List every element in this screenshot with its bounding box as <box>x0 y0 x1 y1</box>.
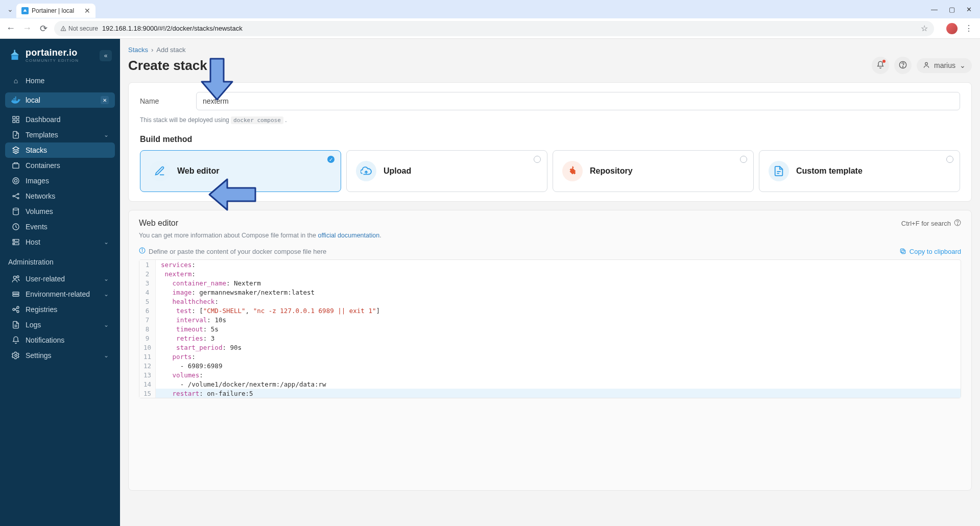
copy-to-clipboard-button[interactable]: Copy to clipboard <box>899 248 961 255</box>
forward-button[interactable]: → <box>21 23 33 34</box>
address-bar[interactable]: Not secure 192.168.1.18:9000/#!/2/docker… <box>54 21 934 36</box>
editor-placeholder: Define or paste the content of your dock… <box>149 248 326 255</box>
networks-icon <box>11 192 20 200</box>
code-editor[interactable]: 1services:2 nexterm:3 container_name: Ne… <box>139 259 961 398</box>
code-line[interactable]: 7 interval: 10s <box>139 315 961 324</box>
deploy-hint: This stack will be deployed using docker… <box>140 116 960 124</box>
brand-name: portainer.io <box>26 48 79 57</box>
svg-rect-16 <box>13 164 19 169</box>
sidebar-item-settings[interactable]: Settings⌄ <box>5 348 115 363</box>
svg-rect-10 <box>15 98 16 99</box>
reload-button[interactable]: ⟳ <box>38 23 49 34</box>
code-line[interactable]: 11 ports: <box>139 352 961 361</box>
code-line[interactable]: 3 container_name: Nexterm <box>139 278 961 288</box>
back-button[interactable]: ← <box>5 23 16 34</box>
chevron-down-icon: ⌄ <box>104 275 109 282</box>
events-icon <box>11 223 20 231</box>
code-line[interactable]: 1services: <box>139 260 961 269</box>
sidebar-item-host[interactable]: Host⌄ <box>5 234 115 250</box>
containers-icon <box>11 161 20 170</box>
sidebar-item-user-related[interactable]: User-related⌄ <box>5 271 115 286</box>
stack-name-input[interactable] <box>196 92 960 110</box>
portainer-logo-icon <box>8 49 21 62</box>
chevron-down-icon: ⌄ <box>104 238 109 246</box>
sidebar-item-environment-related[interactable]: Environment-related⌄ <box>5 286 115 302</box>
svg-point-18 <box>14 179 17 182</box>
code-line[interactable]: 2 nexterm: <box>139 269 961 278</box>
svg-point-28 <box>13 276 16 279</box>
sidebar-item-registries[interactable]: Registries <box>5 302 115 317</box>
radio-indicator <box>534 156 541 163</box>
svg-point-44 <box>957 224 958 224</box>
code-line[interactable]: 15 restart: on-failure:5 <box>139 389 961 398</box>
volumes-icon <box>11 207 20 216</box>
sidebar-item-images[interactable]: Images <box>5 173 115 188</box>
svg-point-27 <box>14 244 14 244</box>
breadcrumb-root[interactable]: Stacks <box>128 46 148 54</box>
docs-link[interactable]: official documentation <box>318 232 379 239</box>
brand-edition: COMMUNITY EDITION <box>26 59 79 63</box>
browser-menu-icon[interactable]: ⋮ <box>963 23 975 33</box>
tab-list-dropdown[interactable]: ⌄ <box>4 5 16 13</box>
sidebar-item-containers[interactable]: Containers <box>5 158 115 173</box>
notifications-button[interactable] <box>872 57 889 74</box>
code-line[interactable]: 14 - /volume1/docker/nexterm:/app/data:r… <box>139 379 961 389</box>
sidebar-env-selector[interactable]: local ✕ <box>5 92 115 108</box>
profile-avatar[interactable] <box>946 23 958 34</box>
svg-rect-31 <box>13 295 19 296</box>
collapse-sidebar-button[interactable]: « <box>100 50 112 61</box>
svg-rect-5 <box>14 50 15 52</box>
main-content: Stacks › Add stack Create stack ⟳ <box>120 39 980 526</box>
help-button[interactable] <box>894 57 912 74</box>
sidebar-item-notifications[interactable]: Notifications <box>5 332 115 348</box>
svg-rect-12 <box>13 116 15 119</box>
breadcrumb: Stacks › Add stack <box>128 46 972 54</box>
sidebar-item-events[interactable]: Events <box>5 219 115 234</box>
browser-tab[interactable]: Portainer | local ✕ <box>16 4 95 18</box>
docker-icon <box>11 97 20 104</box>
sidebar-item-dashboard[interactable]: Dashboard <box>5 112 115 127</box>
code-line[interactable]: 12 - 6989:6989 <box>139 361 961 370</box>
window-close-icon[interactable]: ✕ <box>966 6 972 13</box>
window-maximize-icon[interactable]: ▢ <box>949 6 955 13</box>
code-line[interactable]: 13 volumes: <box>139 370 961 379</box>
close-env-icon[interactable]: ✕ <box>101 96 109 104</box>
close-tab-icon[interactable]: ✕ <box>84 7 90 15</box>
build-method-custom-template[interactable]: Custom template <box>759 150 960 192</box>
svg-rect-13 <box>16 116 19 119</box>
sidebar-item-networks[interactable]: Networks <box>5 188 115 204</box>
environment-related-icon <box>11 290 20 298</box>
svg-point-29 <box>17 276 19 278</box>
build-method-repository[interactable]: Repository <box>553 150 754 192</box>
dashboard-icon <box>11 115 20 124</box>
help-icon[interactable] <box>954 219 961 228</box>
code-line[interactable]: 9 retries: 3 <box>139 333 961 343</box>
code-line[interactable]: 4 image: germannewsmaker/nexterm:latest <box>139 288 961 297</box>
user-menu[interactable]: marius ⌄ <box>917 58 972 73</box>
code-line[interactable]: 10 start_period: 90s <box>139 343 961 352</box>
svg-point-47 <box>142 249 142 249</box>
sidebar-item-logs[interactable]: Logs⌄ <box>5 317 115 332</box>
sidebar-item-volumes[interactable]: Volumes <box>5 204 115 219</box>
notification-dot <box>882 60 886 63</box>
url-text: 192.168.1.18:9000/#!/2/docker/stacks/new… <box>102 25 243 32</box>
window-minimize-icon[interactable]: — <box>931 6 938 13</box>
stacks-icon <box>11 146 20 154</box>
bookmark-star-icon[interactable]: ☆ <box>921 23 928 33</box>
chevron-down-icon: ⌄ <box>104 352 109 359</box>
user-icon <box>923 61 930 70</box>
build-method-upload[interactable]: Upload <box>346 150 547 192</box>
svg-point-40 <box>925 62 928 65</box>
breadcrumb-leaf: Add stack <box>156 46 185 54</box>
svg-point-19 <box>13 196 14 197</box>
code-line[interactable]: 6 test: ["CMD-SHELL", "nc -z 127.0.0.1 6… <box>139 306 961 315</box>
page-title: Create stack <box>128 58 207 74</box>
sidebar: portainer.io COMMUNITY EDITION « ⌂ Home … <box>0 39 120 526</box>
sidebar-item-stacks[interactable]: Stacks <box>5 142 115 158</box>
sidebar-item-templates[interactable]: Templates⌄ <box>5 127 115 142</box>
sidebar-item-home[interactable]: ⌂ Home <box>5 73 115 88</box>
svg-rect-14 <box>13 120 15 123</box>
code-line[interactable]: 5 healthcheck: <box>139 297 961 306</box>
code-line[interactable]: 8 timeout: 5s <box>139 324 961 333</box>
svg-point-37 <box>15 354 17 356</box>
